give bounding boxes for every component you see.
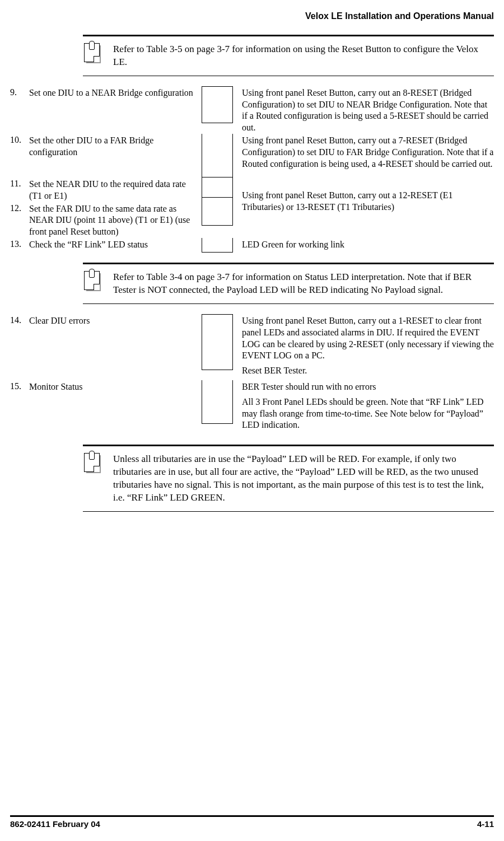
checkbox-cell xyxy=(202,238,233,253)
step-row-9: 9. Set one DIU to a NEAR Bridge configur… xyxy=(10,86,494,134)
note-block-2: Refer to Table 3-4 on page 3-7 for infor… xyxy=(83,263,494,304)
note-icon xyxy=(83,271,102,292)
step-number: 14. xyxy=(10,314,29,380)
checkbox-cell xyxy=(202,380,233,424)
step-text: Monitor Status xyxy=(29,380,202,434)
step-result: BER Tester should run with no errors All… xyxy=(233,380,494,434)
step-result: Using front panel Reset Button, carry ou… xyxy=(233,86,494,134)
step-row-13: 13. Check the “RF Link” LED status LED G… xyxy=(10,238,494,253)
step-result-shared: Using front panel Reset Button, carry ou… xyxy=(233,177,494,238)
step-text: Clear DIU errors xyxy=(29,314,202,380)
step-result: Using front panel Reset Button, carry ou… xyxy=(233,314,494,380)
note-text-3: Unless all tributaries are in use the “P… xyxy=(113,453,494,504)
checkbox-cell xyxy=(202,86,233,123)
checkbox-cell xyxy=(202,198,233,226)
step-number: 15. xyxy=(10,380,29,434)
note-icon xyxy=(83,453,102,474)
step-text: Set the NEAR DIU to the required data ra… xyxy=(29,177,202,202)
step-number: 13. xyxy=(10,238,29,253)
note-text-2: Refer to Table 3-4 on page 3-7 for infor… xyxy=(113,271,494,297)
step-result-line: All 3 Front Panel LEDs should be green. … xyxy=(242,396,494,431)
note-block-1: Refer to Table 3-5 on page 3-7 for infor… xyxy=(83,35,494,76)
note-block-3: Unless all tributaries are in use the “P… xyxy=(83,445,494,512)
step-result-line: Using front panel Reset Button, carry ou… xyxy=(242,315,494,362)
footer-page-number: 4-11 xyxy=(477,819,494,829)
page-header-title: Velox LE Installation and Operations Man… xyxy=(10,11,494,21)
step-row-10: 10. Set the other DIU to a FAR Bridge co… xyxy=(10,134,494,177)
step-number: 12. xyxy=(10,202,29,238)
step-number: 9. xyxy=(10,86,29,134)
footer-doc-id: 862-02411 February 04 xyxy=(10,819,100,829)
step-row-15: 15. Monitor Status BER Tester should run… xyxy=(10,380,494,434)
step-text: Set one DIU to a NEAR Bridge configurati… xyxy=(29,86,202,134)
steps-group-b: 14. Clear DIU errors Using front panel R… xyxy=(10,314,494,434)
step-text: Set the FAR DIU to the same data rate as… xyxy=(29,202,202,238)
checkbox-cell xyxy=(202,177,233,198)
page-footer: 862-02411 February 04 4-11 xyxy=(10,815,494,829)
note-icon xyxy=(83,43,102,64)
step-text: Set the other DIU to a FAR Bridge config… xyxy=(29,134,202,177)
step-result: LED Green for working link xyxy=(233,238,494,253)
step-result: Using front panel Reset Button, carry ou… xyxy=(233,134,494,177)
step-result-line: BER Tester should run with no errors xyxy=(242,381,494,393)
step-number: 11. xyxy=(10,177,29,202)
step-result-line: Reset BER Tester. xyxy=(242,365,494,377)
checkbox-cell xyxy=(202,134,233,177)
step-text: Check the “RF Link” LED status xyxy=(29,238,202,253)
step-number: 10. xyxy=(10,134,29,177)
steps-group-a: 9. Set one DIU to a NEAR Bridge configur… xyxy=(10,86,494,253)
step-row-11-12: 11. Set the NEAR DIU to the required dat… xyxy=(10,177,494,238)
checkbox-cell xyxy=(202,314,233,370)
step-row-14: 14. Clear DIU errors Using front panel R… xyxy=(10,314,494,380)
note-text-1: Refer to Table 3-5 on page 3-7 for infor… xyxy=(113,43,494,69)
